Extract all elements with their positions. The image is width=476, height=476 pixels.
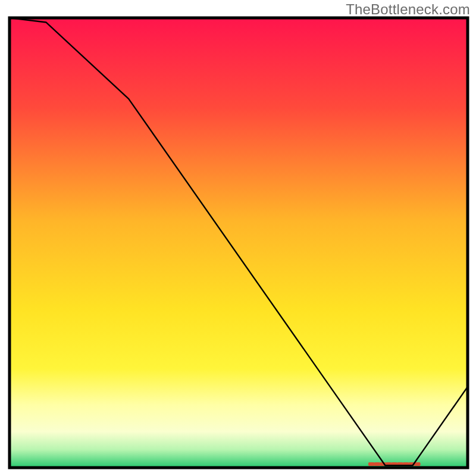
optimal-marker-dot	[368, 462, 375, 466]
bottleneck-chart	[0, 0, 476, 476]
plot-area	[10, 18, 468, 468]
plot-background-gradient	[10, 18, 468, 468]
optimal-marker-dot	[374, 462, 381, 466]
